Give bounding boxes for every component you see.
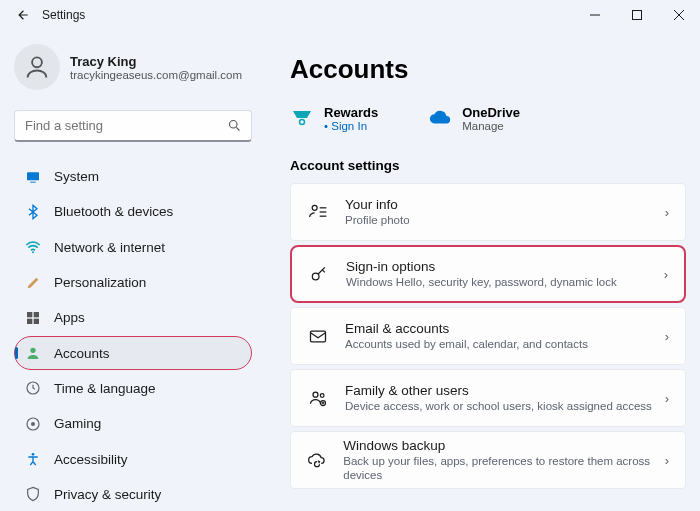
bluetooth-icon [25, 204, 41, 220]
back-arrow-icon [16, 8, 30, 22]
minimize-button[interactable] [574, 0, 616, 30]
onedrive-sub[interactable]: Manage [462, 120, 520, 132]
svg-point-24 [312, 273, 319, 280]
card-your-info[interactable]: Your infoProfile photo › [290, 183, 686, 241]
card-title: Your info [345, 197, 410, 213]
section-heading: Account settings [290, 158, 686, 173]
card-sub: Windows Hello, security key, password, d… [346, 276, 617, 290]
your-info-icon [307, 202, 329, 222]
wifi-icon [25, 239, 41, 255]
sidebar-item-label: Personalization [54, 275, 146, 290]
chevron-right-icon: › [665, 329, 669, 344]
card-title: Sign-in options [346, 259, 617, 275]
sidebar-item-accounts[interactable]: Accounts [14, 336, 252, 369]
svg-point-19 [300, 120, 305, 125]
window-controls [574, 0, 700, 30]
card-sub: Back up your files, apps, preferences to… [343, 455, 664, 483]
content-area: Accounts Rewards Sign In OneDrive Manage… [260, 30, 700, 511]
card-sub: Profile photo [345, 214, 410, 228]
brush-icon [25, 275, 41, 291]
chevron-right-icon: › [664, 267, 668, 282]
sidebar-item-time[interactable]: Time & language [14, 372, 252, 405]
search-input[interactable] [14, 110, 252, 142]
onedrive-tile[interactable]: OneDrive Manage [428, 105, 520, 132]
svg-rect-1 [633, 11, 642, 20]
gaming-icon [25, 416, 41, 432]
svg-rect-10 [27, 312, 32, 317]
rewards-title: Rewards [324, 105, 378, 120]
sidebar-item-label: Accessibility [54, 452, 128, 467]
page-title: Accounts [290, 54, 686, 85]
svg-point-20 [312, 205, 317, 210]
sidebar-item-personalization[interactable]: Personalization [14, 266, 252, 299]
shield-icon [25, 486, 41, 502]
top-row: Rewards Sign In OneDrive Manage [290, 105, 686, 132]
sidebar-item-label: Gaming [54, 416, 101, 431]
accessibility-icon [25, 451, 41, 467]
svg-rect-11 [34, 312, 39, 317]
sidebar-item-label: Bluetooth & devices [54, 204, 173, 219]
sidebar-item-label: Network & internet [54, 240, 165, 255]
chevron-right-icon: › [665, 453, 669, 468]
card-title: Windows backup [343, 438, 664, 454]
svg-point-9 [32, 252, 34, 254]
close-button[interactable] [658, 0, 700, 30]
svg-rect-12 [27, 318, 32, 323]
accounts-icon [25, 345, 41, 361]
svg-point-26 [313, 392, 318, 397]
sidebar: Tracy King tracykingeaseus.com@gmail.com… [0, 30, 260, 511]
back-button[interactable] [10, 2, 36, 28]
user-name: Tracy King [70, 54, 242, 69]
card-email-accounts[interactable]: Email & accountsAccounts used by email, … [290, 307, 686, 365]
search-icon [227, 118, 242, 137]
onedrive-title: OneDrive [462, 105, 520, 120]
sidebar-item-gaming[interactable]: Gaming [14, 407, 252, 440]
card-title: Family & other users [345, 383, 652, 399]
card-title: Email & accounts [345, 321, 588, 337]
svg-rect-25 [311, 331, 326, 342]
sidebar-item-system[interactable]: System [14, 160, 252, 193]
sidebar-item-label: Time & language [54, 381, 156, 396]
sidebar-item-label: Apps [54, 310, 85, 325]
rewards-sub[interactable]: Sign In [324, 120, 378, 132]
card-sub: Accounts used by email, calendar, and co… [345, 338, 588, 352]
card-sub: Device access, work or school users, kio… [345, 400, 652, 414]
sidebar-item-label: System [54, 169, 99, 184]
rewards-icon [290, 105, 314, 129]
close-icon [674, 10, 684, 20]
svg-rect-7 [27, 172, 39, 180]
sidebar-item-accessibility[interactable]: Accessibility [14, 442, 252, 475]
svg-rect-13 [34, 318, 39, 323]
person-icon [23, 53, 51, 81]
backup-icon [307, 450, 327, 470]
card-sign-in-options[interactable]: Sign-in optionsWindows Hello, security k… [290, 245, 686, 303]
chevron-right-icon: › [665, 391, 669, 406]
rewards-tile[interactable]: Rewards Sign In [290, 105, 378, 132]
card-windows-backup[interactable]: Windows backupBack up your files, apps, … [290, 431, 686, 489]
nav-list: System Bluetooth & devices Network & int… [14, 160, 252, 511]
apps-icon [25, 310, 41, 326]
svg-point-27 [320, 394, 324, 398]
minimize-icon [590, 10, 600, 20]
clock-icon [25, 380, 41, 396]
sidebar-item-label: Privacy & security [54, 487, 161, 502]
sidebar-item-network[interactable]: Network & internet [14, 231, 252, 264]
svg-point-4 [32, 57, 42, 67]
svg-point-5 [230, 121, 238, 129]
sidebar-item-apps[interactable]: Apps [14, 301, 252, 334]
svg-line-6 [236, 127, 239, 130]
sidebar-item-privacy[interactable]: Privacy & security [14, 478, 252, 511]
avatar [14, 44, 60, 90]
cloud-icon [428, 105, 452, 129]
user-block[interactable]: Tracy King tracykingeaseus.com@gmail.com [14, 44, 252, 90]
chevron-right-icon: › [665, 205, 669, 220]
key-icon [308, 264, 330, 284]
svg-rect-8 [30, 181, 35, 182]
sidebar-item-bluetooth[interactable]: Bluetooth & devices [14, 195, 252, 228]
sidebar-item-label: Accounts [54, 346, 110, 361]
svg-point-18 [32, 453, 35, 456]
window-title: Settings [42, 8, 85, 22]
card-family-users[interactable]: Family & other usersDevice access, work … [290, 369, 686, 427]
svg-point-14 [30, 348, 35, 353]
maximize-button[interactable] [616, 0, 658, 30]
